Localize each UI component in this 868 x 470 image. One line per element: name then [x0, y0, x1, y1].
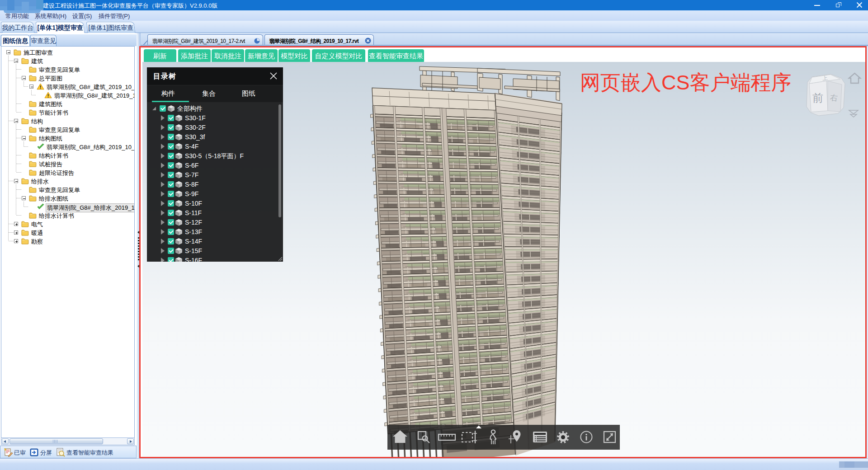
svg-text:右: 右 [830, 93, 838, 103]
svg-text:上: 上 [822, 75, 828, 81]
svg-text:前: 前 [812, 92, 823, 104]
